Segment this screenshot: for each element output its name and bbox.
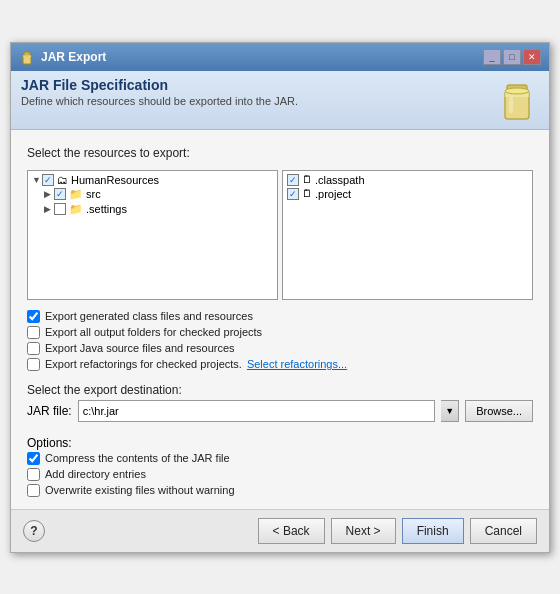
- destination-section: Select the export destination: JAR file:…: [27, 383, 533, 422]
- section-description: Define which resources should be exporte…: [21, 95, 539, 107]
- label-export-source: Export Java source files and resources: [45, 342, 235, 354]
- back-button[interactable]: < Back: [258, 518, 325, 544]
- destination-label: Select the export destination:: [27, 383, 533, 397]
- tree-item-src[interactable]: ▶ 📁 src: [30, 187, 275, 202]
- jar-options: Compress the contents of the JAR file Ad…: [27, 452, 533, 497]
- svg-rect-7: [509, 97, 513, 113]
- tree-item-humanresources[interactable]: ▼ 🗂 HumanResources: [30, 173, 275, 187]
- tree-label-humanresources: HumanResources: [71, 174, 159, 186]
- dialog-content: JAR File Specification Define which reso…: [11, 71, 549, 509]
- checkbox-export-class[interactable]: [27, 310, 40, 323]
- options-section: Options: Compress the contents of the JA…: [27, 430, 533, 497]
- settings-folder-icon: 📁: [69, 203, 83, 216]
- svg-rect-2: [23, 55, 31, 57]
- tree-checkbox-classpath[interactable]: [287, 174, 299, 186]
- left-tree-panel[interactable]: ▼ 🗂 HumanResources ▶ 📁 src ▶: [27, 170, 278, 300]
- option-row-2: Overwrite existing files without warning: [27, 484, 533, 497]
- label-compress: Compress the contents of the JAR file: [45, 452, 230, 464]
- maximize-button[interactable]: □: [503, 49, 521, 65]
- label-directory: Add directory entries: [45, 468, 146, 480]
- jar-icon: [495, 75, 539, 125]
- title-bar-left: JAR Export: [19, 49, 106, 65]
- src-folder-icon: 📁: [69, 188, 83, 201]
- destination-row: JAR file: ▼ Browse...: [27, 400, 533, 422]
- checkbox-overwrite[interactable]: [27, 484, 40, 497]
- footer-left: ?: [23, 520, 45, 542]
- minimize-button[interactable]: _: [483, 49, 501, 65]
- checkbox-row-0: Export generated class files and resourc…: [27, 310, 533, 323]
- option-row-1: Add directory entries: [27, 468, 533, 481]
- title-bar: JAR Export _ □ ✕: [11, 43, 549, 71]
- checkbox-row-1: Export all output folders for checked pr…: [27, 326, 533, 339]
- checkbox-row-3: Export refactorings for checked projects…: [27, 358, 533, 371]
- cancel-button[interactable]: Cancel: [470, 518, 537, 544]
- tree-item-classpath[interactable]: 🗒 .classpath: [285, 173, 530, 187]
- jar-file-label: JAR file:: [27, 404, 72, 418]
- export-options: Export generated class files and resourc…: [27, 310, 533, 371]
- help-button[interactable]: ?: [23, 520, 45, 542]
- classpath-file-icon: 🗒: [302, 174, 312, 185]
- checkbox-export-output[interactable]: [27, 326, 40, 339]
- expand-arrow: ▼: [32, 175, 42, 185]
- browse-button[interactable]: Browse...: [465, 400, 533, 422]
- label-export-class: Export generated class files and resourc…: [45, 310, 253, 322]
- checkbox-directory[interactable]: [27, 468, 40, 481]
- select-refactorings-link[interactable]: Select refactorings...: [247, 358, 347, 370]
- label-export-refactor: Export refactorings for checked projects…: [45, 358, 242, 370]
- svg-point-6: [505, 88, 529, 94]
- finish-button[interactable]: Finish: [402, 518, 464, 544]
- project-file-icon: 🗒: [302, 188, 312, 199]
- checkbox-compress[interactable]: [27, 452, 40, 465]
- tree-label-classpath: .classpath: [315, 174, 365, 186]
- expand-arrow-settings: ▶: [44, 204, 54, 214]
- jar-file-input[interactable]: [78, 400, 435, 422]
- jar-title-icon: [19, 49, 35, 65]
- footer-buttons: < Back Next > Finish Cancel: [258, 518, 537, 544]
- label-export-output: Export all output folders for checked pr…: [45, 326, 262, 338]
- option-row-0: Compress the contents of the JAR file: [27, 452, 533, 465]
- tree-label-settings: .settings: [86, 203, 127, 215]
- tree-label-project: .project: [315, 188, 351, 200]
- right-tree-panel[interactable]: 🗒 .classpath 🗒 .project: [282, 170, 533, 300]
- checkbox-export-refactor[interactable]: [27, 358, 40, 371]
- tree-checkbox-src[interactable]: [54, 188, 66, 200]
- tree-label-src: src: [86, 188, 101, 200]
- project-icon: 🗂: [57, 174, 68, 186]
- tree-item-project[interactable]: 🗒 .project: [285, 187, 530, 201]
- resources-label: Select the resources to export:: [27, 146, 533, 160]
- tree-checkbox-humanresources[interactable]: [42, 174, 54, 186]
- tree-checkbox-project[interactable]: [287, 188, 299, 200]
- checkbox-row-2: Export Java source files and resources: [27, 342, 533, 355]
- tree-checkbox-settings[interactable]: [54, 203, 66, 215]
- tree-item-settings[interactable]: ▶ 📁 .settings: [30, 202, 275, 217]
- close-button[interactable]: ✕: [523, 49, 541, 65]
- expand-arrow-src: ▶: [44, 189, 54, 199]
- next-button[interactable]: Next >: [331, 518, 396, 544]
- jar-file-dropdown[interactable]: ▼: [441, 400, 459, 422]
- checkbox-export-source[interactable]: [27, 342, 40, 355]
- label-overwrite: Overwrite existing files without warning: [45, 484, 235, 496]
- tree-panels: ▼ 🗂 HumanResources ▶ 📁 src ▶: [27, 170, 533, 300]
- section-header: JAR File Specification Define which reso…: [11, 71, 549, 130]
- options-label: Options:: [27, 436, 533, 450]
- jar-export-dialog: JAR Export _ □ ✕ JAR File Specification …: [10, 42, 550, 553]
- title-bar-controls: _ □ ✕: [483, 49, 541, 65]
- section-title: JAR File Specification: [21, 77, 539, 93]
- title-bar-text: JAR Export: [41, 50, 106, 64]
- dialog-footer: ? < Back Next > Finish Cancel: [11, 509, 549, 552]
